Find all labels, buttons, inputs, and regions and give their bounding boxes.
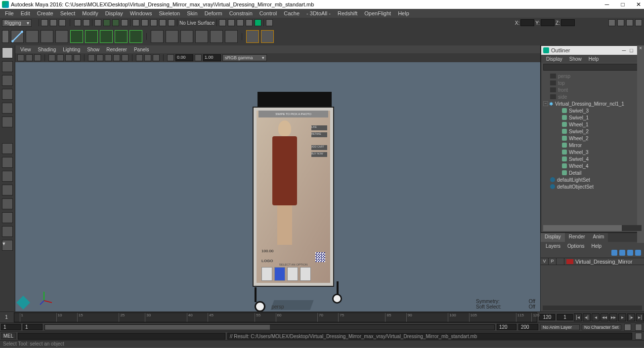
joint-tool-icon[interactable] <box>11 30 24 43</box>
select-tool-icon[interactable] <box>2 47 13 58</box>
go-start-button[interactable]: |◂ <box>574 313 582 321</box>
tool-settings-icon[interactable] <box>626 19 633 26</box>
layer-menu-options[interactable]: Options <box>564 243 587 249</box>
vp-menu-lighting[interactable]: Lighting <box>60 46 83 53</box>
outliner-search-input[interactable] <box>543 64 642 71</box>
x-field[interactable] <box>520 19 534 26</box>
open-scene-icon[interactable] <box>50 19 57 26</box>
lasso-tool-icon[interactable] <box>2 61 13 72</box>
layer-new-selected-icon[interactable] <box>635 250 641 256</box>
script-lang-toggle[interactable]: MEL <box>1 333 16 339</box>
layer-color-swatch[interactable] <box>566 259 573 264</box>
play-end-field[interactable]: 120 <box>497 324 516 330</box>
play-start-field[interactable]: 1 <box>23 324 43 330</box>
snap-grid-icon[interactable] <box>132 19 139 26</box>
paint-select-icon[interactable] <box>112 19 119 26</box>
vp-textured-icon[interactable] <box>105 54 112 61</box>
layout-four-icon[interactable] <box>2 157 13 168</box>
menu-deform[interactable]: Deform <box>202 9 225 17</box>
layer-row[interactable]: V P Virtual_Dressing_Mirror <box>541 258 644 265</box>
outliner-menu-show[interactable]: Show <box>566 56 585 62</box>
menu-constrain[interactable]: Constrain <box>226 9 256 17</box>
snap-plane-icon[interactable] <box>159 19 166 26</box>
vp-menu-panels[interactable]: Panels <box>131 46 152 53</box>
constraint2-icon[interactable] <box>261 30 274 43</box>
ik-handle-icon[interactable] <box>70 30 83 43</box>
menu-cache[interactable]: Cache <box>281 9 302 17</box>
paint-weights-icon[interactable] <box>180 30 193 43</box>
vp-shaded-icon[interactable] <box>96 54 103 61</box>
layer-menu-layers[interactable]: Layers <box>543 243 563 249</box>
constraint-icon[interactable] <box>246 30 259 43</box>
layout-single-icon[interactable] <box>2 143 13 154</box>
menu-display[interactable]: Display <box>102 9 126 17</box>
outliner-node[interactable]: Swivel_4 <box>569 156 589 162</box>
paint-tool-icon[interactable] <box>2 75 13 86</box>
vp-xray-joints-icon[interactable] <box>153 54 160 61</box>
outliner-node[interactable]: Wheel_3 <box>569 150 588 155</box>
render-settings-icon[interactable] <box>246 19 253 26</box>
play-back-button[interactable]: ◂◂ <box>601 313 608 321</box>
perspective-viewport[interactable]: SWIPE TO PICK A PHOTO LIKE RETAKE ADD CA… <box>15 62 540 311</box>
layer-menu-help[interactable]: Help <box>588 243 604 249</box>
layout-three-icon[interactable] <box>2 198 13 209</box>
right-panel-collapse[interactable]: × <box>637 45 644 243</box>
construction-history-icon[interactable] <box>219 19 226 26</box>
menu-3dtoall[interactable]: - 3DtoAll - <box>303 9 334 17</box>
outliner-node[interactable]: Wheel_4 <box>569 163 588 169</box>
outliner-node[interactable]: Wheel_2 <box>569 136 588 141</box>
menu-file[interactable]: File <box>2 9 17 17</box>
layer-tab-anim[interactable]: Anim <box>589 233 608 242</box>
play-fwd-button[interactable]: ▸▸ <box>609 313 617 321</box>
layer-playback-toggle[interactable]: P <box>549 258 557 265</box>
menu-skin[interactable]: Skin <box>184 9 200 17</box>
menu-redshift[interactable]: Redshift <box>335 9 360 17</box>
outliner-h-scrollbar[interactable] <box>543 225 642 231</box>
layer-move-down-icon[interactable] <box>619 250 625 256</box>
menu-skeleton[interactable]: Skeleton <box>156 9 183 17</box>
vp-wireframe-icon[interactable] <box>88 54 95 61</box>
y-field[interactable] <box>541 19 555 26</box>
save-scene-icon[interactable] <box>59 19 66 26</box>
mirror-weights-icon[interactable] <box>195 30 208 43</box>
outliner-set[interactable]: defaultObjectSet <box>557 184 594 190</box>
vp-menu-view[interactable]: View <box>17 46 34 53</box>
layer-new-empty-icon[interactable] <box>627 250 633 256</box>
anim-end-field[interactable]: 200 <box>518 324 538 330</box>
layer-tab-display[interactable]: Display <box>541 233 565 242</box>
lasso-icon[interactable] <box>103 19 110 26</box>
vp-xray-icon[interactable] <box>144 54 151 61</box>
vp-gamma-field[interactable]: 1.00 <box>203 54 221 61</box>
layer-h-scrollbar[interactable] <box>543 306 642 310</box>
menu-windows[interactable]: Windows <box>127 9 155 17</box>
vp-gate-mask-icon[interactable] <box>74 54 81 61</box>
layer-display-type[interactable] <box>557 258 564 265</box>
vp-exposure-field[interactable]: 0.00 <box>175 54 193 61</box>
move-tool-icon[interactable] <box>2 89 13 100</box>
vp-gamma-icon[interactable] <box>195 54 202 61</box>
menu-help[interactable]: Help <box>395 9 412 17</box>
anim-layer-dropdown[interactable]: No Anim Layer <box>540 324 580 330</box>
vp-shadows-icon[interactable] <box>122 54 129 61</box>
layout-custom-icon[interactable]: ▾ <box>2 240 13 251</box>
mirror-joint-icon[interactable] <box>41 30 53 43</box>
outliner-menu-display[interactable]: Display <box>543 56 565 62</box>
channel-box-icon[interactable] <box>635 19 642 26</box>
render-view-icon[interactable] <box>255 19 261 26</box>
outliner-root[interactable]: Virtual_Dressing_Mirror_ncl1_1 <box>555 101 624 107</box>
detach-skin-icon[interactable] <box>166 30 178 43</box>
selection-mask-icon[interactable] <box>121 19 128 26</box>
shelf-tab-icon[interactable] <box>2 30 9 43</box>
redo-icon[interactable] <box>83 19 90 26</box>
close-button[interactable]: ✕ <box>635 1 642 8</box>
outliner-min-icon[interactable]: ─ <box>622 47 626 53</box>
command-input[interactable] <box>18 333 225 340</box>
vp-grid-icon[interactable] <box>48 54 55 61</box>
hammer-weights-icon[interactable] <box>225 30 238 43</box>
outliner-node[interactable]: Detail <box>569 170 582 176</box>
outliner-menu-help[interactable]: Help <box>586 56 602 62</box>
step-back-key-button[interactable]: ◂| <box>583 313 591 321</box>
step-fwd-button[interactable]: ▸ <box>618 313 626 321</box>
menu-openflight[interactable]: OpenFlight <box>361 9 394 17</box>
outliner-node[interactable]: Swivel_3 <box>569 108 589 114</box>
